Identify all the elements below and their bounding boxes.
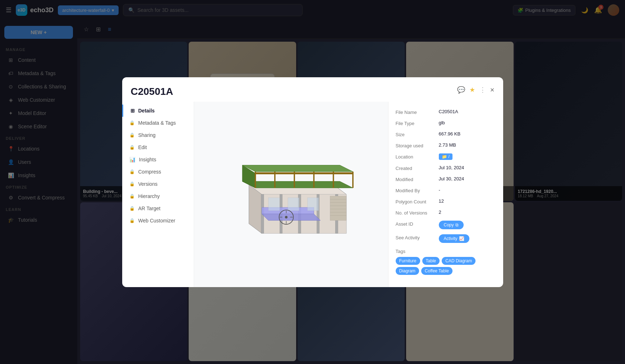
nav-label: Compress: [138, 169, 161, 175]
detail-row-storage: Storage used 2.73 MB: [396, 142, 496, 148]
nav-label: Insights: [139, 157, 156, 162]
size-value: 667.96 KB: [439, 131, 461, 137]
storage-label: Storage used: [396, 142, 439, 148]
detail-row-modifiedby: Modified By -: [396, 187, 496, 193]
lock-icon: 🔒: [129, 181, 135, 186]
modal-nav-hierarchy[interactable]: 🔒 Hierarchy: [122, 190, 194, 202]
lock-icon: 🔒: [129, 206, 135, 211]
modal-nav-sharing[interactable]: 🔒 Sharing: [122, 129, 194, 141]
detail-row-size: Size 667.96 KB: [396, 131, 496, 137]
svg-rect-24: [307, 198, 319, 211]
lock-icon: 🔒: [129, 133, 135, 138]
building-svg: [223, 137, 359, 252]
versions-value: 2: [439, 209, 441, 215]
modal-nav-insights[interactable]: 📊 Insights: [122, 153, 194, 166]
modified-value: Jul 30, 2024: [439, 176, 464, 181]
copy-icon: ⧉: [455, 222, 459, 227]
comment-icon[interactable]: 💬: [457, 86, 465, 94]
star-icon[interactable]: ★: [469, 86, 475, 94]
modal-nav-versions[interactable]: 🔒 Versions: [122, 178, 194, 190]
detail-row-created: Created Jul 10, 2024: [396, 165, 496, 171]
nav-label: AR Target: [138, 206, 161, 211]
modal-title: C20501A: [131, 86, 173, 97]
created-label: Created: [396, 165, 439, 171]
location-value: /: [449, 154, 450, 159]
tag-diagram[interactable]: Diagram: [396, 267, 419, 275]
more-options-icon[interactable]: ⋮: [479, 86, 486, 94]
svg-rect-22: [268, 198, 280, 211]
details-icon: ⊞: [130, 108, 135, 114]
versions-label: No. of Versions: [396, 209, 439, 216]
lock-icon: 🔒: [129, 145, 135, 150]
lock-icon: 🔒: [129, 218, 135, 223]
filetype-label: File Type: [396, 120, 439, 126]
copy-button[interactable]: Copy ⧉: [439, 221, 464, 229]
modal-details-panel: File Name C20501A File Type glb Size 667…: [388, 102, 503, 287]
assetid-label: Asset ID: [396, 221, 439, 227]
nav-label: Details: [138, 108, 155, 114]
created-value: Jul 10, 2024: [439, 165, 464, 170]
modal-close-button[interactable]: ×: [490, 86, 495, 94]
modal-overlay: C20501A 💬 ★ ⋮ × ⊞ Details 🔒 Metadata & T…: [0, 0, 625, 364]
polygon-label: Polygon Count: [396, 198, 439, 204]
filename-label: File Name: [396, 109, 439, 115]
location-badge[interactable]: 📁 /: [439, 153, 452, 160]
size-label: Size: [396, 131, 439, 137]
detail-row-location: Location 📁 /: [396, 153, 496, 160]
svg-marker-7: [242, 165, 353, 171]
detail-row-filename: File Name C20501A: [396, 109, 496, 115]
polygon-value: 12: [439, 198, 444, 204]
tag-table[interactable]: Table: [422, 257, 440, 265]
modifiedby-label: Modified By: [396, 187, 439, 193]
activity-icon: 📈: [459, 236, 464, 241]
location-label: Location: [396, 153, 439, 160]
detail-row-activity: See Activity Activity 📈: [396, 234, 496, 243]
lock-icon: 🔒: [129, 120, 135, 125]
svg-point-33: [285, 216, 287, 218]
nav-label: Sharing: [138, 132, 156, 138]
svg-rect-23: [288, 198, 299, 211]
modal-nav-metadata[interactable]: 🔒 Metadata & Tags: [122, 117, 194, 129]
detail-row-tags: Tags Furniture Table CAD Diagram Diagram…: [396, 248, 496, 275]
insights-icon: 📊: [129, 157, 135, 162]
filename-value: C20501A: [439, 109, 458, 114]
detail-row-polygon: Polygon Count 12: [396, 198, 496, 204]
modal-header-icons: 💬 ★ ⋮ ×: [457, 86, 495, 94]
modal-nav: ⊞ Details 🔒 Metadata & Tags 🔒 Sharing 🔒 …: [122, 102, 194, 287]
lock-icon: 🔒: [129, 194, 135, 199]
lock-icon: 🔒: [129, 169, 135, 174]
detail-row-filetype: File Type glb: [396, 120, 496, 126]
svg-rect-25: [330, 196, 346, 220]
modifiedby-value: -: [439, 187, 440, 193]
modal-body: ⊞ Details 🔒 Metadata & Tags 🔒 Sharing 🔒 …: [122, 102, 503, 287]
nav-label: Metadata & Tags: [138, 120, 176, 126]
activity-label: See Activity: [396, 234, 439, 240]
modal-nav-artarget[interactable]: 🔒 AR Target: [122, 202, 194, 215]
detail-row-versions: No. of Versions 2: [396, 209, 496, 216]
modal-header: C20501A 💬 ★ ⋮ ×: [122, 77, 503, 102]
copy-label: Copy: [444, 222, 454, 227]
filetype-value: glb: [439, 120, 445, 125]
modified-label: Modified: [396, 176, 439, 182]
activity-btn-label: Activity: [444, 236, 458, 241]
tags-label: Tags: [396, 248, 439, 254]
tag-coffee-table[interactable]: Coffee Table: [421, 267, 452, 275]
modal-nav-edit[interactable]: 🔒 Edit: [122, 141, 194, 153]
model-preview-area: [194, 102, 388, 287]
storage-value: 2.73 MB: [439, 142, 456, 148]
modal-nav-compress[interactable]: 🔒 Compress: [122, 166, 194, 178]
nav-label: Hierarchy: [138, 193, 160, 199]
folder-icon: 📁: [442, 154, 447, 159]
nav-label: Web Customizer: [138, 218, 175, 224]
detail-row-assetid: Asset ID Copy ⧉: [396, 221, 496, 229]
modal-nav-details[interactable]: ⊞ Details: [122, 105, 194, 117]
nav-label: Edit: [138, 144, 147, 150]
asset-detail-modal: C20501A 💬 ★ ⋮ × ⊞ Details 🔒 Metadata & T…: [122, 77, 503, 287]
tag-furniture[interactable]: Furniture: [396, 257, 420, 265]
modal-nav-webcustomizer[interactable]: 🔒 Web Customizer: [122, 215, 194, 227]
nav-label: Versions: [138, 181, 158, 187]
detail-row-modified: Modified Jul 30, 2024: [396, 176, 496, 182]
svg-marker-5: [242, 181, 353, 188]
tag-cad-diagram[interactable]: CAD Diagram: [442, 257, 475, 265]
activity-button[interactable]: Activity 📈: [439, 234, 469, 243]
